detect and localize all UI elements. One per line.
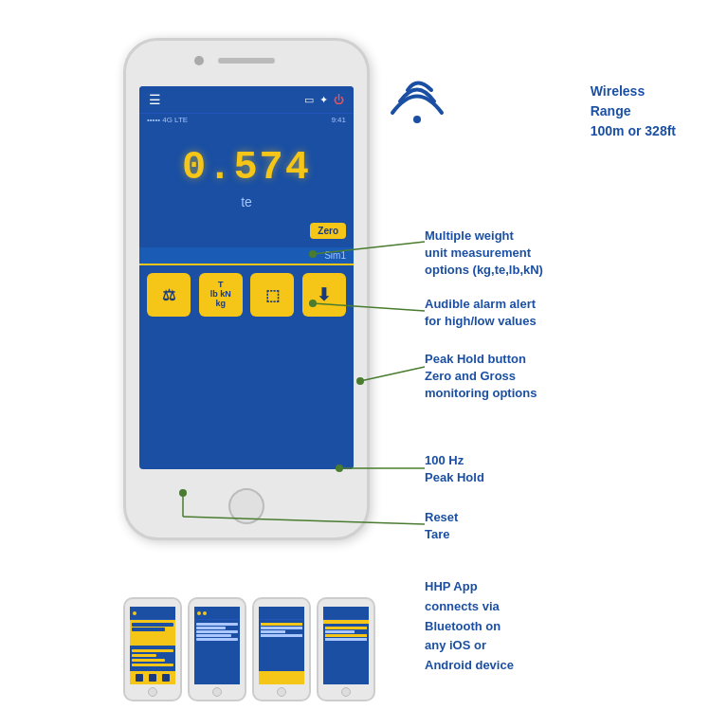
- wireless-icon: [392, 83, 442, 124]
- mini-phone-2: [188, 597, 246, 701]
- mini-home-4: [341, 687, 351, 697]
- screen-status: ••••• 4G LTE 9:41: [139, 114, 354, 126]
- screen-bottombar: ⚖ Tlb kNkg ⬚ ⬇: [139, 264, 354, 324]
- topbar-icons: ▭ ✦ ⏻: [304, 94, 344, 106]
- screen-display: 0.574 te: [139, 126, 354, 219]
- hamburger-icon[interactable]: ☰: [149, 92, 161, 107]
- zero-button[interactable]: Zero: [310, 223, 346, 239]
- mini-screen-2: [194, 607, 240, 684]
- time-status: 9:41: [331, 116, 346, 124]
- phone-speaker: [218, 58, 275, 64]
- unit-display: te: [241, 194, 252, 209]
- svg-point-0: [413, 116, 421, 123]
- mini-home-1: [148, 687, 157, 697]
- screen-sim: Sim1: [139, 247, 354, 264]
- audible-alarm-annotation: Audible alarm alert for high/low values: [425, 296, 537, 330]
- mini-screen-1: [130, 607, 175, 684]
- phone-camera: [194, 56, 204, 65]
- power-icon: ⏻: [334, 94, 344, 105]
- bluetooth-icon: ✦: [319, 94, 328, 106]
- screen-middle: Zero: [139, 219, 354, 247]
- mini-home-2: [212, 687, 222, 697]
- screen-topbar: ☰ ▭ ✦ ⏻: [139, 86, 354, 114]
- battery-icon: ▭: [304, 94, 314, 106]
- multiple-weight-annotation: Multiple weight unit measurement options…: [425, 228, 543, 280]
- download-button[interactable]: ⬇: [302, 273, 346, 317]
- mini-screen-4: [323, 607, 369, 684]
- phone-mockup: ☰ ▭ ✦ ⏻ ••••• 4G LTE 9:41 0.574 te Zero: [123, 38, 370, 540]
- hz-annotation: 100 Hz Peak Hold: [425, 452, 484, 486]
- phone-home-button[interactable]: [228, 488, 264, 524]
- mini-phone-1: [123, 597, 182, 701]
- svg-line-5: [360, 367, 425, 381]
- main-container: ☰ ▭ ✦ ⏻ ••••• 4G LTE 9:41 0.574 te Zero: [0, 0, 728, 728]
- hhp-app-annotation: HHP App connects via Bluetooth on any iO…: [425, 577, 514, 676]
- units-button[interactable]: Tlb kNkg: [199, 273, 243, 317]
- phone-screen: ☰ ▭ ✦ ⏻ ••••• 4G LTE 9:41 0.574 te Zero: [139, 86, 354, 469]
- signal-status: ••••• 4G LTE: [147, 116, 188, 124]
- balance-button[interactable]: ⚖: [147, 273, 191, 317]
- reset-tare-annotation: Reset Tare: [425, 509, 458, 543]
- mini-screen-3: [259, 607, 304, 684]
- weight-value: 0.574: [182, 145, 311, 191]
- mini-phone-3: [252, 597, 311, 701]
- wireless-text: Wireless Range 100m or 328ft: [591, 82, 676, 141]
- mini-phone-4: [317, 597, 375, 701]
- peak-hold-annotation: Peak Hold button Zero and Gross monitori…: [425, 351, 537, 403]
- mini-phones: [123, 597, 375, 701]
- mini-home-3: [277, 687, 286, 697]
- tare-button[interactable]: ⬚: [250, 273, 294, 317]
